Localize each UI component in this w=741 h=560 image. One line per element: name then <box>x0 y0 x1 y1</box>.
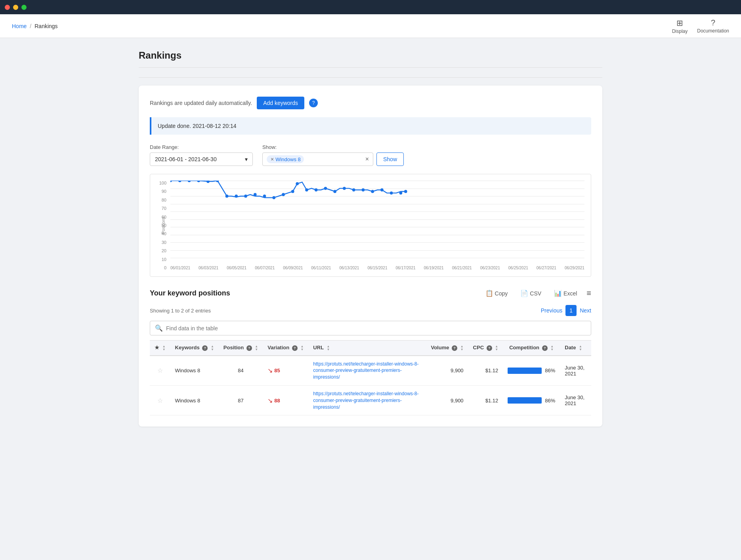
competition-bar-1 <box>508 368 542 374</box>
svg-point-22 <box>371 190 374 193</box>
excel-button[interactable]: 📊 Excel <box>551 288 580 299</box>
table-section: Your keyword positions 📋 Copy 📄 CSV 📊 Ex… <box>150 288 591 415</box>
show-label: Show: <box>262 144 404 150</box>
svg-point-3 <box>197 181 200 182</box>
main-card: Rankings are updated daily automatically… <box>139 86 602 427</box>
main-content: Rankings Rankings are updated daily auto… <box>123 38 618 438</box>
col-position[interactable]: Position ? ▲▼ <box>219 341 263 356</box>
col-volume[interactable]: Volume ? ▲▼ <box>426 341 468 356</box>
svg-point-6 <box>225 194 229 198</box>
svg-point-17 <box>324 187 327 190</box>
show-filter: Show: × Windows 8 × Show <box>262 144 404 166</box>
top-nav: Home / Rankings ⊞ Display ? Documentatio… <box>0 14 741 38</box>
traffic-light-red[interactable] <box>5 5 10 10</box>
excel-icon: 📊 <box>554 290 562 297</box>
date-sort-icons: ▲▼ <box>579 345 582 351</box>
cell-url-1[interactable]: https://protuts.net/telecharger-installe… <box>308 356 426 386</box>
volume-help-icon: ? <box>452 345 457 351</box>
variation-val-1: 85 <box>274 368 280 373</box>
variation-val-2: 88 <box>274 398 280 404</box>
nav-actions: ⊞ Display ? Documentation <box>672 18 729 34</box>
clear-input-icon[interactable]: × <box>365 156 369 163</box>
add-keywords-button[interactable]: Add keywords <box>257 97 304 109</box>
breadcrumb-current: Rankings <box>34 23 57 29</box>
svg-point-20 <box>352 189 355 192</box>
position-sort-icons: ▲▼ <box>255 345 258 351</box>
variation-arrow-2: ↘ <box>267 397 273 404</box>
info-text: Rankings are updated daily automatically… <box>150 100 252 106</box>
svg-point-4 <box>206 181 210 183</box>
nav-action-display[interactable]: ⊞ Display <box>672 18 688 34</box>
date-range-value: 2021-06-01 - 2021-06-30 <box>155 156 217 162</box>
competition-bar-2 <box>508 397 542 404</box>
search-input[interactable] <box>166 325 586 331</box>
show-input[interactable]: × Windows 8 × <box>262 152 373 166</box>
star-icon-1[interactable]: ☆ <box>157 367 163 374</box>
url-link-1[interactable]: https://protuts.net/telecharger-installe… <box>313 361 421 381</box>
variation-arrow-1: ↘ <box>267 367 273 374</box>
svg-point-15 <box>305 189 308 192</box>
tag-x-icon[interactable]: × <box>271 156 274 162</box>
svg-point-18 <box>333 190 336 193</box>
col-keywords[interactable]: Keywords ? ▲▼ <box>170 341 219 356</box>
breadcrumb-home[interactable]: Home <box>12 23 27 29</box>
cell-url-2[interactable]: https://protuts.net/telecharger-installe… <box>308 385 426 415</box>
competition-sort-icons: ▲▼ <box>550 345 554 351</box>
col-variation[interactable]: Variation ? ▲▼ <box>263 341 308 356</box>
csv-button[interactable]: 📄 CSV <box>517 288 544 299</box>
position-help-icon: ? <box>246 345 252 351</box>
nav-action-documentation[interactable]: ? Documentation <box>697 18 729 34</box>
traffic-light-green[interactable] <box>21 5 27 10</box>
breadcrumb: Home / Rankings <box>12 23 58 29</box>
chart-y-label: Positions <box>161 217 166 234</box>
col-fav[interactable]: ★ ▲▼ <box>150 341 170 356</box>
cpc-help-icon: ? <box>487 345 492 351</box>
cell-keyword-1: Windows 8 <box>170 356 219 386</box>
info-bar: Rankings are updated daily automatically… <box>150 97 591 109</box>
svg-point-16 <box>315 189 318 192</box>
cell-competition-1: 86% <box>503 356 560 386</box>
cell-fav-1[interactable]: ☆ <box>150 356 170 386</box>
copy-button[interactable]: 📋 Copy <box>482 288 511 299</box>
svg-point-21 <box>362 189 365 192</box>
help-button[interactable]: ? <box>309 99 318 107</box>
documentation-icon: ? <box>711 18 715 27</box>
show-button[interactable]: Show <box>376 152 404 166</box>
svg-point-13 <box>291 190 294 193</box>
chart-container: 100 90 80 70 60 50 40 30 20 10 0 Positio… <box>150 174 591 277</box>
table-header-row: Your keyword positions 📋 Copy 📄 CSV 📊 Ex… <box>150 288 591 299</box>
date-range-filter: Date Range: 2021-06-01 - 2021-06-30 ▾ <box>150 144 253 166</box>
col-cpc[interactable]: CPC ? ▲▼ <box>468 341 503 356</box>
table-menu-icon[interactable]: ≡ <box>586 289 591 298</box>
url-link-2[interactable]: https://protuts.net/telecharger-installe… <box>313 390 421 410</box>
variation-down-2: ↘ 88 <box>267 397 304 404</box>
cell-keyword-2: Windows 8 <box>170 385 219 415</box>
col-date[interactable]: Date ▲▼ <box>560 341 591 356</box>
pagination-next[interactable]: Next <box>580 307 591 314</box>
table-head: ★ ▲▼ Keywords ? ▲▼ Position ? ▲▼ <box>150 341 591 356</box>
copy-label: Copy <box>495 290 508 297</box>
star-icon-2[interactable]: ☆ <box>157 397 163 404</box>
breadcrumb-separator: / <box>30 23 31 29</box>
cell-cpc-1: $1.12 <box>468 356 503 386</box>
svg-point-11 <box>272 196 275 199</box>
svg-point-9 <box>254 193 257 196</box>
date-range-select[interactable]: 2021-06-01 - 2021-06-30 ▾ <box>150 152 253 166</box>
col-url[interactable]: URL ▲▼ <box>308 341 426 356</box>
fav-sort-icons: ▲▼ <box>162 345 166 351</box>
table-title: Your keyword positions <box>150 289 230 297</box>
keywords-sort-icons: ▲▼ <box>211 345 214 351</box>
cell-volume-2: 9,900 <box>426 385 468 415</box>
traffic-light-yellow[interactable] <box>13 5 18 10</box>
svg-point-7 <box>235 194 238 198</box>
table-search[interactable]: 🔍 <box>150 321 591 335</box>
table-row: ☆ Windows 8 84 ↘ 85 https://protuts.net/… <box>150 356 591 386</box>
pagination-prev[interactable]: Previous <box>541 307 562 314</box>
svg-point-19 <box>343 187 346 190</box>
col-competition[interactable]: Competition ? ▲▼ <box>503 341 560 356</box>
date-range-label: Date Range: <box>150 144 253 150</box>
svg-point-10 <box>263 194 266 198</box>
cell-fav-2[interactable]: ☆ <box>150 385 170 415</box>
pagination-page-1[interactable]: 1 <box>565 305 577 316</box>
filters-row: Date Range: 2021-06-01 - 2021-06-30 ▾ Sh… <box>150 144 591 166</box>
